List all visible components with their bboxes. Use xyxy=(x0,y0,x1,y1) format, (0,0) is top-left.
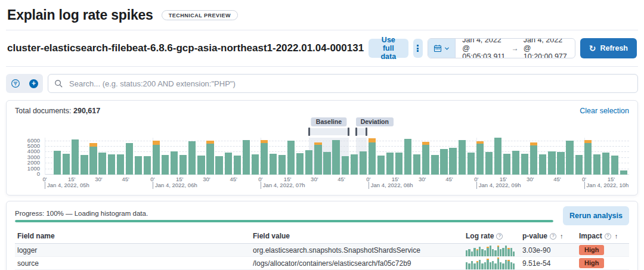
histogram-bar xyxy=(459,140,466,175)
impact-badge: High xyxy=(579,258,604,268)
y-axis-tick-label: 0 xyxy=(37,170,40,177)
search-field-wrapper xyxy=(48,74,638,93)
x-axis-tick-label: 30' xyxy=(527,176,534,182)
histogram-bar xyxy=(153,141,160,175)
histogram-bar xyxy=(548,151,555,175)
histogram-bar xyxy=(89,143,97,175)
x-axis-hour-label: Jan 4, 2022, 08h xyxy=(369,182,413,189)
histogram-bar xyxy=(494,138,501,175)
date-quick-select-button[interactable] xyxy=(428,39,456,58)
histogram-bar xyxy=(413,154,420,175)
y-axis-tick-label: 1000 xyxy=(27,165,40,172)
baseline-left-handle[interactable] xyxy=(308,128,310,136)
histogram-bar xyxy=(144,156,151,175)
histogram-bar xyxy=(575,155,583,175)
log-rate-cell xyxy=(466,244,522,256)
histogram-bar xyxy=(225,153,232,175)
query-bar: + xyxy=(6,74,638,93)
column-header-impact[interactable]: Impact?↑ xyxy=(579,232,627,240)
add-filter-button[interactable]: + xyxy=(24,74,43,93)
histogram-bar xyxy=(485,152,493,175)
document-count-chart: Baseline Deviation 010002000300040005000… xyxy=(15,117,629,190)
x-axis-tick-label: 45' xyxy=(122,176,129,182)
histogram-bar xyxy=(369,138,376,175)
refresh-icon: ↻ xyxy=(589,44,596,52)
field-name-cell: source xyxy=(17,259,253,268)
options-menu-button[interactable] xyxy=(413,39,423,58)
histogram-bar xyxy=(278,155,286,175)
baseline-brush[interactable] xyxy=(309,128,348,135)
histogram-bar xyxy=(449,148,456,175)
x-axis-tick-label: 45' xyxy=(445,176,453,182)
deviation-brush[interactable] xyxy=(356,128,367,135)
impact-cell: High xyxy=(579,258,627,268)
histogram-ylabels: 0100020003000400050006000 xyxy=(15,138,45,175)
x-axis-hour-label: Jan 4, 2022, 06h xyxy=(153,182,197,189)
histogram-bar xyxy=(296,153,304,175)
sort-asc-icon: ↑ xyxy=(560,232,564,240)
histogram-bar xyxy=(162,155,169,175)
plus-circle-icon: + xyxy=(29,79,38,88)
histogram-bar xyxy=(72,139,79,175)
use-full-data-button[interactable]: Use full data xyxy=(369,39,408,58)
info-icon: ? xyxy=(550,233,556,240)
search-input[interactable] xyxy=(68,79,631,89)
histogram-bar xyxy=(557,152,564,175)
refresh-label: Refresh xyxy=(600,44,628,52)
y-axis-tick-label: 4000 xyxy=(27,148,40,154)
total-documents-value: 290,617 xyxy=(73,107,100,115)
histogram-bar xyxy=(611,156,618,175)
histogram-bar xyxy=(342,156,349,175)
date-start-field[interactable]: Jan 4, 2022 @ 05:05:03.911 xyxy=(462,38,507,58)
x-axis-tick-label: 30' xyxy=(419,176,426,182)
histogram-bar xyxy=(117,154,124,175)
p-value-cell: 9.51e-54 xyxy=(522,259,579,268)
arrow-right-icon: → xyxy=(512,44,519,52)
date-end-field[interactable]: Jan 4, 2022 @ 10:20:00.977 xyxy=(524,38,568,58)
histogram-bar xyxy=(188,141,196,175)
histogram-bar xyxy=(332,140,339,175)
clear-selection-button[interactable]: Clear selection xyxy=(580,107,629,115)
filter-settings-button[interactable] xyxy=(6,74,24,93)
histogram-bar xyxy=(360,151,367,175)
rerun-analysis-label: Rerun analysis xyxy=(569,212,623,220)
x-axis-hour-label: Jan 4, 2022, 09h xyxy=(476,182,521,189)
histogram-bar xyxy=(135,156,142,175)
histogram-bar xyxy=(377,156,385,175)
histogram-bar xyxy=(602,153,609,175)
histogram-bar xyxy=(63,154,70,175)
x-axis-tick-label: 45' xyxy=(230,176,237,182)
deviation-left-handle[interactable] xyxy=(355,128,357,136)
histogram-bar xyxy=(108,154,115,175)
histogram-bar xyxy=(206,141,213,175)
table-row: loggerorg.elasticsearch.snapshots.Snapsh… xyxy=(15,244,629,257)
histogram-bar xyxy=(126,143,133,175)
x-axis-hour-label: Jan 4, 2022, 05h xyxy=(45,182,89,189)
histogram-bar xyxy=(287,141,295,175)
baseline-right-handle[interactable] xyxy=(348,128,349,136)
log-rate-cell xyxy=(466,257,522,269)
x-axis-tick-label: 45' xyxy=(338,176,345,182)
x-axis-hour-label: Jan 4, 2022, 07h xyxy=(261,182,305,189)
histogram-bar xyxy=(422,142,429,175)
histogram-bar xyxy=(314,142,321,175)
refresh-button[interactable]: ↻ Refresh xyxy=(580,38,637,58)
histogram-bar xyxy=(440,149,447,175)
rerun-analysis-button[interactable]: Rerun analysis xyxy=(563,206,629,225)
baseline-badge: Baseline xyxy=(311,117,346,126)
histogram-bar xyxy=(323,152,330,175)
p-value-cell: 3.03e-90 xyxy=(522,246,579,255)
analysis-progress: Progress: 100% — Loading histogram data. xyxy=(15,210,553,222)
results-table-header: Field name Field value Log rate? p-value… xyxy=(15,229,629,244)
analysis-results-panel: Progress: 100% — Loading histogram data.… xyxy=(6,201,638,270)
deviation-right-handle[interactable] xyxy=(366,128,367,136)
histogram-bar xyxy=(512,151,519,175)
progress-bar xyxy=(15,220,553,222)
histogram-plot-row: 0100020003000400050006000 xyxy=(15,138,629,175)
histogram-bar xyxy=(171,151,178,175)
total-documents: Total documents: 290,617 xyxy=(15,107,100,115)
column-header-p-value[interactable]: p-value?↑ xyxy=(522,232,579,240)
page-header: Explain log rate spikes TECHNICAL PREVIE… xyxy=(6,0,638,30)
column-header-log-rate[interactable]: Log rate? xyxy=(466,232,522,240)
impact-badge: High xyxy=(579,245,604,255)
